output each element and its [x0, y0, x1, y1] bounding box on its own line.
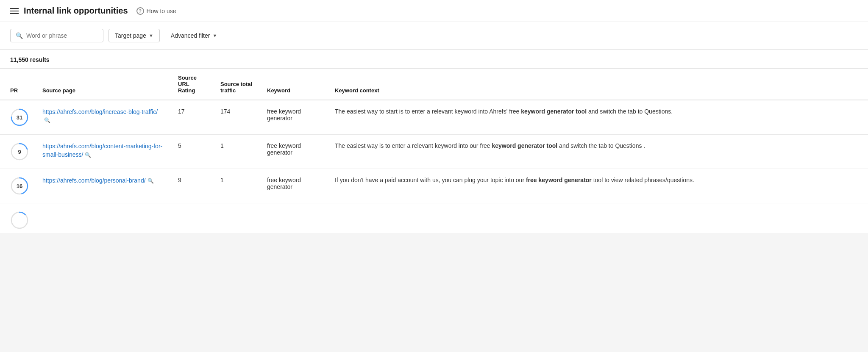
source-page-link[interactable]: https://ahrefs.com/blog/personal-brand/	[42, 177, 146, 184]
results-table: PR Source page Source URL Rating Source …	[0, 69, 868, 233]
keyword-cell: free keyword generator	[260, 100, 328, 135]
keyword-bold: free keyword generator	[526, 177, 592, 183]
chevron-down-icon-2: ▼	[212, 33, 217, 38]
pr-value: 16	[17, 183, 22, 189]
pr-ring: 16	[10, 177, 29, 195]
col-keyword-context: Keyword context	[328, 69, 868, 100]
pr-value: 31	[17, 114, 22, 121]
col-keyword: Keyword	[260, 69, 328, 100]
help-icon: ?	[136, 7, 144, 15]
search-page-icon[interactable]: 🔍	[44, 117, 50, 123]
col-source-url-rating: Source URL Rating	[171, 69, 214, 100]
keyword-context-cell: The easiest way to start is to enter a r…	[328, 100, 868, 135]
advanced-filter-label: Advanced filter	[171, 32, 210, 39]
col-source-total-traffic: Source total traffic	[214, 69, 260, 100]
pr-cell: 16	[0, 169, 36, 203]
source-page-cell: https://ahrefs.com/blog/content-marketin…	[36, 135, 171, 169]
table-row: 16 https://ahrefs.com/blog/personal-bran…	[0, 169, 868, 203]
source-page-cell: https://ahrefs.com/blog/personal-brand/🔍	[36, 169, 171, 203]
search-page-icon[interactable]: 🔍	[147, 178, 154, 184]
source-page-cell: https://ahrefs.com/blog/increase-blog-tr…	[36, 100, 171, 135]
results-count: 11,550 results	[0, 50, 868, 69]
total-traffic-cell: 1	[214, 169, 260, 203]
keyword-context-cell: The easiest way is to enter a relevant k…	[328, 135, 868, 169]
total-traffic-cell: 174	[214, 100, 260, 135]
url-rating-cell: 5	[171, 135, 214, 169]
keyword-cell: free keyword generator	[260, 135, 328, 169]
results-section: 11,550 results PR Source page Source URL…	[0, 50, 868, 233]
table-header-row: PR Source page Source URL Rating Source …	[0, 69, 868, 100]
pr-ring: 31	[10, 108, 29, 127]
target-page-button[interactable]: Target page ▼	[108, 29, 160, 42]
url-rating-cell: 17	[171, 100, 214, 135]
url-rating-cell: 9	[171, 169, 214, 203]
pr-cell-partial	[0, 203, 36, 233]
col-source-page: Source page	[36, 69, 171, 100]
total-traffic-cell: 1	[214, 135, 260, 169]
table-row: 31 https://ahrefs.com/blog/increase-blog…	[0, 100, 868, 135]
pr-cell: 9	[0, 135, 36, 169]
pr-cell: 31	[0, 100, 36, 135]
hamburger-menu[interactable]	[10, 8, 19, 14]
target-page-label: Target page	[115, 32, 146, 39]
how-to-use-label: How to use	[147, 8, 176, 14]
filter-bar: 🔍 Target page ▼ Advanced filter ▼	[0, 22, 868, 50]
col-pr: PR	[0, 69, 36, 100]
source-page-link[interactable]: https://ahrefs.com/blog/increase-blog-tr…	[42, 108, 158, 115]
page-title: Internal link opportunities	[24, 6, 128, 16]
source-page-link[interactable]: https://ahrefs.com/blog/content-marketin…	[42, 143, 162, 158]
how-to-use-link[interactable]: ? How to use	[136, 7, 176, 15]
search-icon: 🔍	[16, 32, 23, 39]
keyword-bold: keyword generator tool	[521, 108, 587, 115]
table-row: 9 https://ahrefs.com/blog/content-market…	[0, 135, 868, 169]
keyword-bold: keyword generator tool	[492, 142, 557, 149]
search-input[interactable]	[26, 32, 98, 39]
keyword-context-cell: If you don't have a paid account with us…	[328, 169, 868, 203]
chevron-down-icon: ▼	[149, 33, 153, 38]
search-page-icon[interactable]: 🔍	[85, 152, 91, 158]
pr-ring: 9	[10, 142, 29, 161]
advanced-filter-button[interactable]: Advanced filter ▼	[165, 29, 223, 42]
pr-ring-partial	[10, 211, 29, 230]
pr-value: 9	[18, 149, 21, 155]
search-box: 🔍	[10, 29, 103, 42]
table-row-partial	[0, 203, 868, 233]
header: Internal link opportunities ? How to use	[0, 0, 868, 22]
keyword-cell: free keyword generator	[260, 169, 328, 203]
